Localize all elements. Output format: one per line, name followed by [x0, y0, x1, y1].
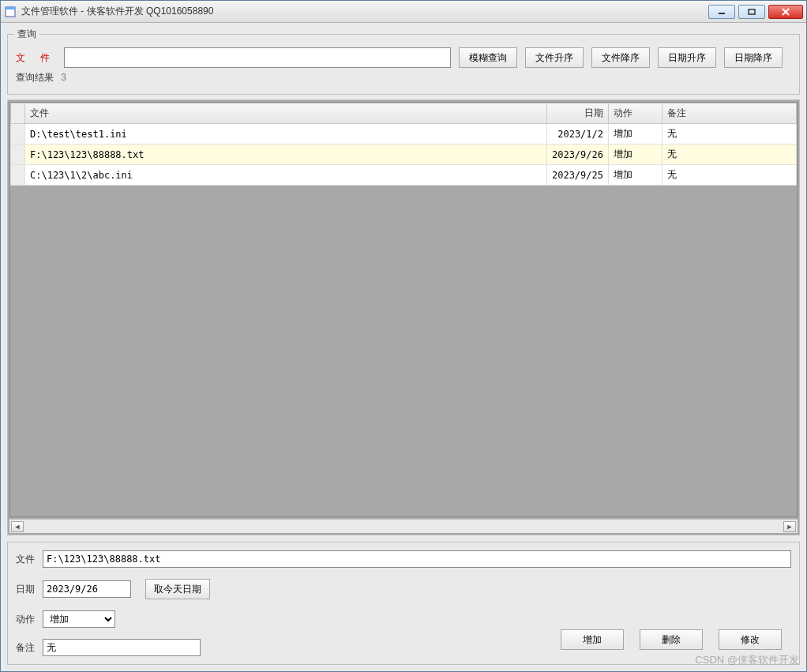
- table-row[interactable]: D:\test\test1.ini2023/1/2增加无: [11, 124, 797, 145]
- file-field[interactable]: [43, 550, 791, 568]
- col-note[interactable]: 备注: [662, 103, 797, 124]
- results-count: 3: [61, 72, 66, 83]
- file-label: 文 件: [14, 51, 56, 65]
- query-group: 查询 文 件 模糊查询 文件升序 文件降序 日期升序 日期降序 查询结果 3: [7, 28, 800, 95]
- window-controls: [708, 5, 803, 19]
- results-label: 查询结果 3: [16, 71, 791, 84]
- table-row[interactable]: C:\123\1\2\abc.ini2023/9/25增加无: [11, 165, 797, 186]
- edit-form: 文件 日期 取今天日期 动作 增加 备注 增加 删除 修改: [7, 542, 800, 665]
- delete-button[interactable]: 删除: [640, 629, 703, 650]
- maximize-button[interactable]: [738, 5, 765, 19]
- scroll-right-icon[interactable]: ►: [783, 521, 796, 532]
- col-rowheader[interactable]: [11, 103, 25, 124]
- col-date[interactable]: 日期: [546, 103, 608, 124]
- client-area: 查询 文 件 模糊查询 文件升序 文件降序 日期升序 日期降序 查询结果 3: [1, 23, 806, 671]
- results-grid[interactable]: 文件 日期 动作 备注 D:\test\test1.ini2023/1/2增加无…: [10, 103, 797, 186]
- svg-rect-1: [6, 7, 15, 9]
- fuzzy-search-button[interactable]: 模糊查询: [459, 47, 517, 68]
- search-input[interactable]: [64, 47, 451, 68]
- date-asc-button[interactable]: 日期升序: [658, 47, 716, 68]
- results-grid-container: 文件 日期 动作 备注 D:\test\test1.ini2023/1/2增加无…: [7, 99, 800, 535]
- add-button[interactable]: 增加: [561, 629, 624, 650]
- action-select[interactable]: 增加: [43, 610, 115, 628]
- modify-button[interactable]: 修改: [719, 629, 782, 650]
- col-file[interactable]: 文件: [25, 103, 547, 124]
- date-field[interactable]: [43, 580, 131, 598]
- scroll-left-icon[interactable]: ◄: [11, 521, 24, 532]
- today-button[interactable]: 取今天日期: [145, 579, 210, 599]
- form-action-label: 动作: [16, 613, 38, 626]
- horizontal-scrollbar[interactable]: ◄ ►: [9, 519, 798, 533]
- app-window: 文件管理软件 - 侠客软件开发 QQ1016058890 查询 文 件 模糊查询…: [0, 0, 807, 672]
- form-file-label: 文件: [16, 553, 38, 566]
- form-note-label: 备注: [16, 641, 38, 655]
- grid-empty-area: [10, 186, 797, 516]
- svg-rect-3: [749, 9, 755, 14]
- col-action[interactable]: 动作: [609, 103, 662, 124]
- window-title: 文件管理软件 - 侠客软件开发 QQ1016058890: [21, 5, 704, 18]
- file-desc-button[interactable]: 文件降序: [591, 47, 650, 68]
- form-date-label: 日期: [16, 583, 38, 596]
- query-legend: 查询: [14, 28, 39, 41]
- form-buttons: 增加 删除 修改: [561, 629, 782, 650]
- close-button[interactable]: [768, 5, 803, 19]
- file-asc-button[interactable]: 文件升序: [525, 47, 584, 68]
- minimize-button[interactable]: [708, 5, 735, 19]
- app-icon: [4, 6, 17, 18]
- note-field[interactable]: [43, 639, 201, 656]
- titlebar[interactable]: 文件管理软件 - 侠客软件开发 QQ1016058890: [1, 1, 806, 23]
- table-row[interactable]: F:\123\123\88888.txt2023/9/26增加无: [11, 145, 797, 165]
- date-desc-button[interactable]: 日期降序: [724, 47, 783, 68]
